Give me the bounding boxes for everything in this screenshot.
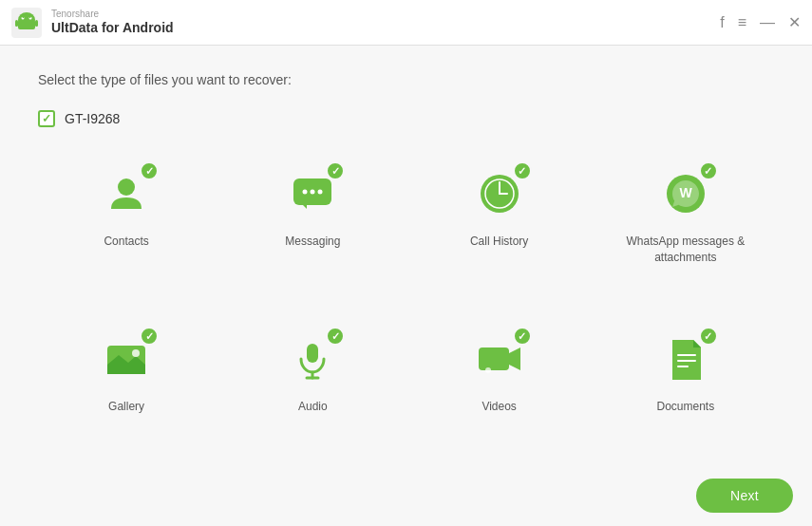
videos-label: Videos bbox=[482, 399, 516, 415]
minimize-icon[interactable]: — bbox=[760, 15, 775, 30]
svg-point-27 bbox=[485, 367, 491, 373]
close-icon[interactable]: ✕ bbox=[788, 13, 801, 31]
file-type-gallery[interactable]: ✓ Gallery bbox=[38, 319, 215, 450]
videos-check: ✓ bbox=[513, 327, 532, 346]
contacts-label: Contacts bbox=[104, 234, 148, 250]
title-bar-controls: f ≡ — ✕ bbox=[720, 13, 801, 31]
file-type-audio[interactable]: ✓ Audio bbox=[224, 319, 401, 450]
file-type-call-history[interactable]: ✓ Call History bbox=[411, 154, 588, 300]
device-checkbox[interactable] bbox=[38, 110, 55, 127]
whatsapp-icon-wrapper: W ✓ bbox=[655, 163, 716, 224]
svg-point-13 bbox=[318, 190, 323, 195]
facebook-icon[interactable]: f bbox=[720, 15, 724, 30]
bottom-bar: Next bbox=[0, 469, 812, 526]
call-history-check: ✓ bbox=[513, 161, 532, 180]
main-content: Select the type of files you want to rec… bbox=[0, 46, 812, 469]
gallery-label: Gallery bbox=[108, 399, 144, 415]
call-history-label: Call History bbox=[470, 234, 528, 250]
file-type-videos[interactable]: ✓ Videos bbox=[411, 319, 588, 450]
company-name: Tenorshare bbox=[51, 9, 174, 20]
app-logo bbox=[11, 8, 42, 38]
svg-point-21 bbox=[132, 349, 140, 357]
file-type-whatsapp[interactable]: W ✓ WhatsApp messages & attachments bbox=[597, 154, 774, 300]
file-type-contacts[interactable]: ✓ Contacts bbox=[38, 154, 215, 300]
messaging-label: Messaging bbox=[285, 234, 340, 250]
audio-label: Audio bbox=[298, 399, 328, 415]
documents-label: Documents bbox=[657, 399, 715, 415]
device-name: GT-I9268 bbox=[65, 111, 120, 126]
file-type-messaging[interactable]: ✓ Messaging bbox=[224, 154, 401, 300]
gallery-icon-wrapper: ✓ bbox=[96, 329, 157, 389]
svg-rect-8 bbox=[35, 20, 38, 27]
next-button[interactable]: Next bbox=[696, 479, 793, 513]
gallery-check: ✓ bbox=[140, 327, 159, 346]
app-title-block: Tenorshare UltData for Android bbox=[51, 9, 174, 36]
call-history-icon-wrapper: ✓ bbox=[469, 163, 530, 224]
file-type-documents[interactable]: ✓ Documents bbox=[597, 319, 774, 450]
documents-icon-wrapper: ✓ bbox=[655, 329, 716, 389]
whatsapp-check: ✓ bbox=[699, 161, 718, 180]
contacts-icon-wrapper: ✓ bbox=[96, 163, 157, 224]
device-row: GT-I9268 bbox=[38, 110, 774, 127]
whatsapp-label: WhatsApp messages & attachments bbox=[607, 234, 765, 266]
svg-point-9 bbox=[118, 178, 135, 196]
svg-rect-2 bbox=[18, 20, 35, 29]
svg-marker-26 bbox=[509, 348, 520, 370]
app-name: UltData for Android bbox=[51, 20, 174, 36]
messaging-check: ✓ bbox=[326, 161, 345, 180]
title-bar-left: Tenorshare UltData for Android bbox=[11, 8, 174, 38]
page-title: Select the type of files you want to rec… bbox=[38, 72, 774, 87]
documents-check: ✓ bbox=[699, 327, 718, 346]
svg-text:W: W bbox=[679, 185, 692, 200]
title-bar: Tenorshare UltData for Android f ≡ — ✕ bbox=[0, 0, 812, 46]
menu-icon[interactable]: ≡ bbox=[738, 15, 746, 30]
svg-rect-25 bbox=[479, 348, 509, 370]
svg-point-12 bbox=[311, 190, 315, 195]
svg-point-11 bbox=[303, 190, 308, 195]
messaging-icon-wrapper: ✓ bbox=[282, 163, 343, 224]
svg-rect-7 bbox=[15, 20, 18, 27]
file-types-grid: ✓ Contacts ✓ Messaging bbox=[38, 154, 774, 450]
contacts-check: ✓ bbox=[140, 161, 159, 180]
audio-icon-wrapper: ✓ bbox=[282, 329, 343, 389]
svg-rect-22 bbox=[307, 344, 318, 363]
videos-icon-wrapper: ✓ bbox=[469, 329, 530, 389]
audio-check: ✓ bbox=[326, 327, 345, 346]
